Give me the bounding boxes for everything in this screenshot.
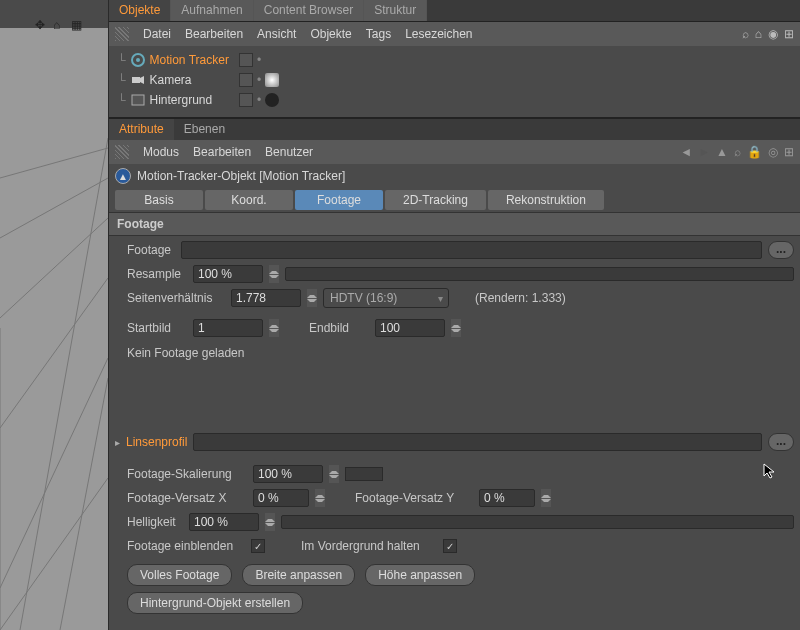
aspect-input[interactable] [231, 289, 301, 307]
menu-ansicht[interactable]: Ansicht [257, 27, 296, 41]
aspect-spinner[interactable] [307, 289, 317, 307]
fit-height-button[interactable]: Höhe anpassen [365, 564, 475, 586]
menu-modus[interactable]: Modus [143, 145, 179, 159]
nav-up-icon[interactable]: ▲ [716, 145, 728, 159]
linsenprofil-input[interactable] [193, 433, 762, 451]
svg-point-12 [136, 58, 140, 62]
tab-objekte[interactable]: Objekte [109, 0, 171, 21]
viewport-toolbar: ✥ ⌂ ▦ [35, 18, 85, 32]
tree-row-motion-tracker[interactable]: └ Motion Tracker [109, 50, 800, 70]
home-icon[interactable]: ⌂ [755, 27, 762, 41]
tab-2d-tracking[interactable]: 2D-Tracking [385, 190, 486, 210]
object-headline-text: Motion-Tracker-Objekt [Motion Tracker] [137, 169, 345, 183]
linsenprofil-label: Linsenprofil [126, 435, 187, 449]
motion-tracker-object-icon: ▲ [115, 168, 131, 184]
menu-bearbeiten-attr[interactable]: Bearbeiten [193, 145, 251, 159]
grid-icon[interactable]: ▦ [71, 18, 85, 32]
full-footage-button[interactable]: Volles Footage [127, 564, 232, 586]
endbild-input[interactable] [375, 319, 445, 337]
create-bg-object-button[interactable]: Hintergrund-Objekt erstellen [127, 592, 303, 614]
home-icon[interactable]: ⌂ [53, 18, 67, 32]
resample-spinner[interactable] [269, 265, 279, 283]
tree-row-hintergrund[interactable]: └ Hintergrund [109, 90, 800, 110]
search-icon[interactable]: ⌕ [742, 27, 749, 41]
render-dot-icon[interactable]: • [257, 93, 261, 107]
menu-benutzer[interactable]: Benutzer [265, 145, 313, 159]
linsenprofil-browse-button[interactable]: ... [768, 433, 794, 451]
attribute-menubar: Modus Bearbeiten Benutzer ◄ ► ▲ ⌕ 🔒 ◎ ⊞ [109, 140, 800, 164]
foreground-label: Im Vordergrund halten [301, 539, 437, 553]
move-icon[interactable]: ✥ [35, 18, 49, 32]
resample-input[interactable] [193, 265, 263, 283]
tab-ebenen[interactable]: Ebenen [174, 119, 235, 140]
tab-rekonstruktion[interactable]: Rekonstruktion [488, 190, 604, 210]
startbild-spinner[interactable] [269, 319, 279, 337]
motion-tracker-icon [130, 52, 146, 68]
nav-fwd-icon[interactable]: ► [698, 145, 710, 159]
background-icon [130, 92, 146, 108]
offset-x-input[interactable] [253, 489, 309, 507]
footage-browse-button[interactable]: ... [768, 241, 794, 259]
enable-tag[interactable] [239, 73, 253, 87]
footage-scale-slider[interactable] [345, 467, 383, 481]
menu-datei[interactable]: Datei [143, 27, 171, 41]
startbild-input[interactable] [193, 319, 263, 337]
fit-width-button[interactable]: Breite anpassen [242, 564, 355, 586]
footage-scale-spinner[interactable] [329, 465, 339, 483]
section-footage-header: Footage [109, 212, 800, 236]
brightness-slider[interactable] [281, 515, 794, 529]
camera-icon [130, 72, 146, 88]
brightness-spinner[interactable] [265, 513, 275, 531]
offset-y-input[interactable] [479, 489, 535, 507]
render-dot-icon[interactable]: • [257, 53, 261, 67]
tree-item-label: Motion Tracker [150, 53, 229, 67]
foreground-checkbox[interactable]: ✓ [443, 539, 457, 553]
svg-rect-14 [132, 95, 144, 105]
offset-y-spinner[interactable] [541, 489, 551, 507]
menu-bearbeiten[interactable]: Bearbeiten [185, 27, 243, 41]
brightness-input[interactable] [189, 513, 259, 531]
tab-attribute[interactable]: Attribute [109, 119, 174, 140]
offset-x-spinner[interactable] [315, 489, 325, 507]
show-footage-checkbox[interactable]: ✓ [251, 539, 265, 553]
footage-scale-input[interactable] [253, 465, 323, 483]
enable-tag[interactable] [239, 93, 253, 107]
tab-footage[interactable]: Footage [295, 190, 383, 210]
svg-rect-0 [0, 28, 108, 630]
menu-lesezeichen[interactable]: Lesezeichen [405, 27, 472, 41]
eye-icon[interactable]: ◉ [768, 27, 778, 41]
endbild-spinner[interactable] [451, 319, 461, 337]
tree-row-kamera[interactable]: └ Kamera [109, 70, 800, 90]
external-compositing-tag-icon[interactable] [265, 73, 279, 87]
lock-icon[interactable]: 🔒 [747, 145, 762, 159]
viewport-grid [0, 28, 108, 630]
tab-struktur[interactable]: Struktur [364, 0, 427, 21]
tree-item-label: Kamera [150, 73, 192, 87]
menu-tags[interactable]: Tags [366, 27, 391, 41]
linsenprofil-disclosure[interactable]: ▸ [115, 437, 120, 448]
footage-path-input[interactable] [181, 241, 762, 259]
tab-koord[interactable]: Koord. [205, 190, 293, 210]
resample-slider[interactable] [285, 267, 794, 281]
panel-tabs: Objekte Aufnahmen Content Browser Strukt… [109, 0, 800, 22]
expand-icon[interactable]: ⊞ [784, 27, 794, 41]
aspect-preset-select[interactable]: HDTV (16:9) [323, 288, 449, 308]
offset-x-label: Footage-Versatz X [127, 491, 247, 505]
expand-icon[interactable]: ⊞ [784, 145, 794, 159]
tab-aufnahmen[interactable]: Aufnahmen [171, 0, 253, 21]
grip-icon[interactable] [115, 27, 129, 41]
search-icon[interactable]: ⌕ [734, 145, 741, 159]
tab-basis[interactable]: Basis [115, 190, 203, 210]
target-icon[interactable]: ◎ [768, 145, 778, 159]
show-footage-label: Footage einblenden [127, 539, 245, 553]
object-tree[interactable]: └ Motion Tracker └ Kamera └ Hintergrund … [109, 46, 800, 118]
nav-back-icon[interactable]: ◄ [680, 145, 692, 159]
render-dot-icon[interactable]: • [257, 73, 261, 87]
enable-tag[interactable] [239, 53, 253, 67]
object-headline: ▲ Motion-Tracker-Objekt [Motion Tracker] [109, 164, 800, 188]
compositing-tag-icon[interactable] [265, 93, 279, 107]
grip-icon[interactable] [115, 145, 129, 159]
render-aspect-label: (Rendern: 1.333) [475, 291, 566, 305]
tab-content-browser[interactable]: Content Browser [254, 0, 364, 21]
menu-objekte[interactable]: Objekte [310, 27, 351, 41]
